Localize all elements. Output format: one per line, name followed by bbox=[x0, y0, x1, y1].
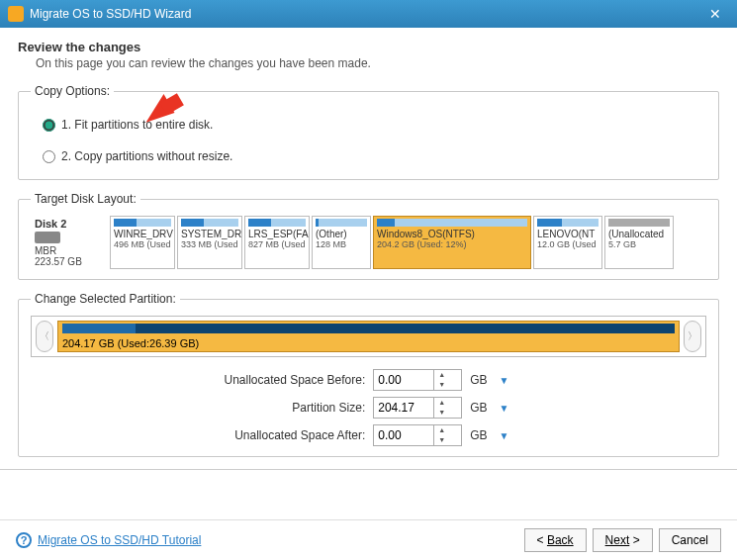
unit-label: GB bbox=[470, 373, 487, 387]
partition-label: (Unallocated bbox=[608, 229, 670, 239]
partition-cell[interactable]: WINRE_DRV496 MB (Used bbox=[110, 216, 175, 269]
partition-size-field[interactable] bbox=[374, 401, 433, 415]
selected-partition-label: 204.17 GB (Used:26.39 GB) bbox=[62, 337, 199, 349]
footer: ? Migrate OS to SSD/HD Tutorial < Back N… bbox=[0, 519, 737, 560]
app-icon bbox=[8, 6, 24, 22]
disk-name: Disk 2 bbox=[35, 218, 104, 230]
partition-label: Windows8_OS(NTFS) bbox=[377, 229, 527, 239]
change-partition-legend: Change Selected Partition: bbox=[31, 292, 180, 306]
partition-cell[interactable]: SYSTEM_DR333 MB (Used bbox=[177, 216, 242, 269]
partition-size: 128 MB bbox=[316, 239, 367, 249]
selected-partition-bar[interactable]: 204.17 GB (Used:26.39 GB) bbox=[57, 321, 680, 352]
radio-copy-no-resize[interactable] bbox=[43, 150, 55, 163]
space-after-label: Unallocated Space After: bbox=[224, 428, 365, 442]
radio-copy-label: 2. Copy partitions without resize. bbox=[61, 149, 232, 163]
partition-size-label: Partition Size: bbox=[224, 401, 365, 415]
help-icon[interactable]: ? bbox=[16, 532, 32, 548]
copy-options-legend: Copy Options: bbox=[31, 84, 114, 98]
radio-fit-label: 1. Fit partitions to entire disk. bbox=[61, 118, 213, 132]
unit-menu-button[interactable]: ▼ bbox=[496, 430, 513, 441]
target-disk-layout-group: Target Disk Layout: Disk 2 MBR 223.57 GB… bbox=[18, 192, 719, 280]
cancel-button[interactable]: Cancel bbox=[659, 528, 721, 552]
disk-type: MBR bbox=[35, 245, 104, 256]
space-before-field[interactable] bbox=[374, 373, 433, 387]
page-subheading: On this page you can review the changes … bbox=[36, 56, 719, 70]
partition-usage-bar bbox=[114, 219, 171, 227]
copy-options-group: Copy Options: 1. Fit partitions to entir… bbox=[18, 84, 719, 180]
usage-bar bbox=[62, 324, 675, 333]
partition-size: 204.2 GB (Used: 12%) bbox=[377, 239, 527, 249]
partition-label: SYSTEM_DR bbox=[181, 229, 238, 239]
disk-size: 223.57 GB bbox=[35, 256, 104, 267]
spin-down-icon[interactable]: ▼ bbox=[434, 435, 449, 445]
partition-size: 827 MB (Used bbox=[248, 239, 306, 249]
space-after-field[interactable] bbox=[374, 428, 433, 442]
grow-right-button[interactable]: 〉 bbox=[684, 321, 701, 352]
spin-down-icon[interactable]: ▼ bbox=[434, 408, 449, 418]
disk-info: Disk 2 MBR 223.57 GB bbox=[31, 216, 108, 269]
spin-up-icon[interactable]: ▲ bbox=[434, 370, 449, 380]
partition-size: 12.0 GB (Used bbox=[537, 239, 599, 249]
partition-size: 333 MB (Used bbox=[181, 239, 238, 249]
spin-up-icon[interactable]: ▲ bbox=[434, 398, 449, 408]
radio-fit-partitions[interactable] bbox=[43, 119, 55, 132]
partition-usage-bar bbox=[377, 219, 527, 227]
partition-size-input[interactable]: ▲▼ bbox=[373, 397, 462, 419]
space-before-label: Unallocated Space Before: bbox=[224, 373, 365, 387]
back-button[interactable]: < Back bbox=[524, 528, 587, 552]
partition-usage-bar bbox=[181, 219, 238, 227]
partition-usage-bar bbox=[316, 219, 367, 227]
partition-cell[interactable]: (Other)128 MB bbox=[312, 216, 371, 269]
spin-up-icon[interactable]: ▲ bbox=[434, 425, 449, 435]
partition-cell[interactable]: Windows8_OS(NTFS)204.2 GB (Used: 12%) bbox=[373, 216, 531, 269]
titlebar: Migrate OS to SSD/HD Wizard ✕ bbox=[0, 0, 737, 28]
partition-label: LENOVO(NT bbox=[537, 229, 599, 239]
unit-menu-button[interactable]: ▼ bbox=[496, 403, 513, 414]
unit-menu-button[interactable]: ▼ bbox=[496, 375, 513, 386]
space-before-input[interactable]: ▲▼ bbox=[373, 369, 462, 391]
space-after-input[interactable]: ▲▼ bbox=[373, 424, 462, 446]
partition-cell[interactable]: (Unallocated5.7 GB bbox=[604, 216, 674, 269]
change-partition-group: Change Selected Partition: 〈 204.17 GB (… bbox=[18, 292, 719, 457]
partition-usage-bar bbox=[248, 219, 306, 227]
partition-cell[interactable]: LENOVO(NT12.0 GB (Used bbox=[533, 216, 602, 269]
tutorial-link[interactable]: Migrate OS to SSD/HD Tutorial bbox=[38, 533, 201, 547]
next-button[interactable]: Next > bbox=[593, 528, 653, 552]
partition-label: (Other) bbox=[316, 229, 367, 239]
partition-usage-bar bbox=[537, 219, 599, 227]
partition-usage-bar bbox=[608, 219, 670, 227]
page-heading: Review the changes bbox=[18, 40, 719, 54]
window-title: Migrate OS to SSD/HD Wizard bbox=[30, 7, 191, 21]
unit-label: GB bbox=[470, 428, 487, 442]
close-icon[interactable]: ✕ bbox=[701, 6, 729, 22]
target-layout-legend: Target Disk Layout: bbox=[31, 192, 140, 206]
spin-down-icon[interactable]: ▼ bbox=[434, 380, 449, 390]
partition-size: 496 MB (Used bbox=[114, 239, 171, 249]
disk-icon bbox=[35, 232, 60, 243]
unit-label: GB bbox=[470, 401, 487, 415]
partition-cell[interactable]: LRS_ESP(FA827 MB (Used bbox=[244, 216, 310, 269]
partition-label: WINRE_DRV bbox=[114, 229, 171, 239]
partition-label: LRS_ESP(FA bbox=[248, 229, 306, 239]
partition-size: 5.7 GB bbox=[608, 239, 670, 249]
shrink-left-button[interactable]: 〈 bbox=[36, 321, 53, 352]
